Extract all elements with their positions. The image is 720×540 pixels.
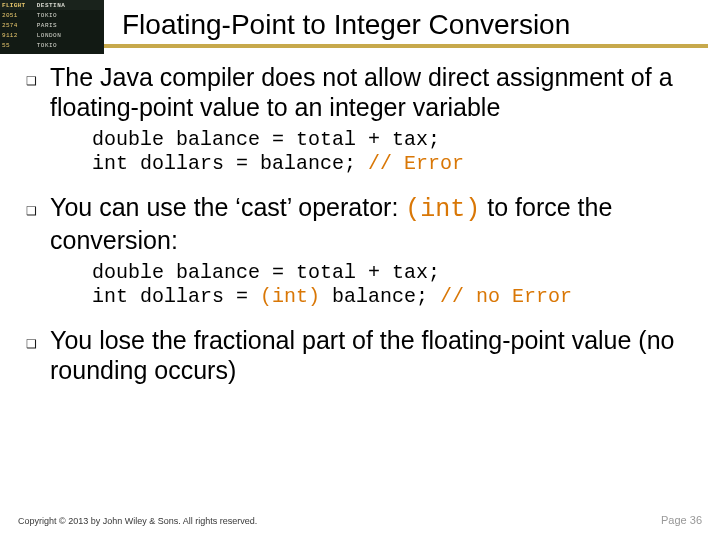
board-cell: PARIS — [35, 22, 104, 29]
code-block-2: double balance = total + tax; int dollar… — [92, 261, 700, 309]
code-line: int dollars = balance; — [92, 152, 368, 175]
bullet-item: ❑ You can use the ‘cast’ operator: (int)… — [26, 192, 700, 255]
board-cell: TOKIO — [35, 42, 104, 49]
board-cell: TOKIO — [35, 12, 104, 19]
board-cell: 2051 — [0, 12, 35, 19]
bullet-text: You can use the ‘cast’ operator: (int) t… — [50, 192, 700, 255]
board-cell: LONDON — [35, 32, 104, 39]
bullet-item: ❑ You lose the fractional part of the fl… — [26, 325, 700, 385]
bullet-text: You lose the fractional part of the floa… — [50, 325, 700, 385]
slide: FLIGHT DESTINA 2051 TOKIO 2574 PARIS 911… — [0, 0, 720, 540]
page-number: Page 36 — [661, 514, 702, 526]
board-cell: 9112 — [0, 32, 35, 39]
bullet-text-part: You can use the ‘cast’ operator: — [50, 193, 405, 221]
code-line: balance; — [320, 285, 440, 308]
bullet-text: The Java compiler does not allow direct … — [50, 62, 700, 122]
bullet-square-icon: ❑ — [26, 325, 50, 385]
code-line: double balance = total + tax; — [92, 261, 440, 284]
copyright-text: Copyright © 2013 by John Wiley & Sons. A… — [18, 516, 257, 526]
title-underline — [104, 44, 708, 48]
code-line: double balance = total + tax; — [92, 128, 440, 151]
board-header-dest: DESTINA — [35, 2, 104, 9]
board-cell: 2574 — [0, 22, 35, 29]
code-comment: // Error — [368, 152, 464, 175]
bullet-item: ❑ The Java compiler does not allow direc… — [26, 62, 700, 122]
code-line: int dollars = — [92, 285, 260, 308]
code-comment: // no Error — [440, 285, 572, 308]
slide-title: Floating-Point to Integer Conversion — [104, 2, 708, 44]
code-cast: (int) — [260, 285, 320, 308]
cast-operator: (int) — [405, 195, 480, 224]
board-header-flight: FLIGHT — [0, 2, 35, 9]
bullet-square-icon: ❑ — [26, 192, 50, 255]
bullet-square-icon: ❑ — [26, 62, 50, 122]
board-cell: 55 — [0, 42, 35, 49]
content-area: ❑ The Java compiler does not allow direc… — [26, 62, 700, 391]
title-area: Floating-Point to Integer Conversion — [104, 2, 708, 48]
corner-departure-board-image: FLIGHT DESTINA 2051 TOKIO 2574 PARIS 911… — [0, 0, 104, 54]
code-block-1: double balance = total + tax; int dollar… — [92, 128, 700, 176]
